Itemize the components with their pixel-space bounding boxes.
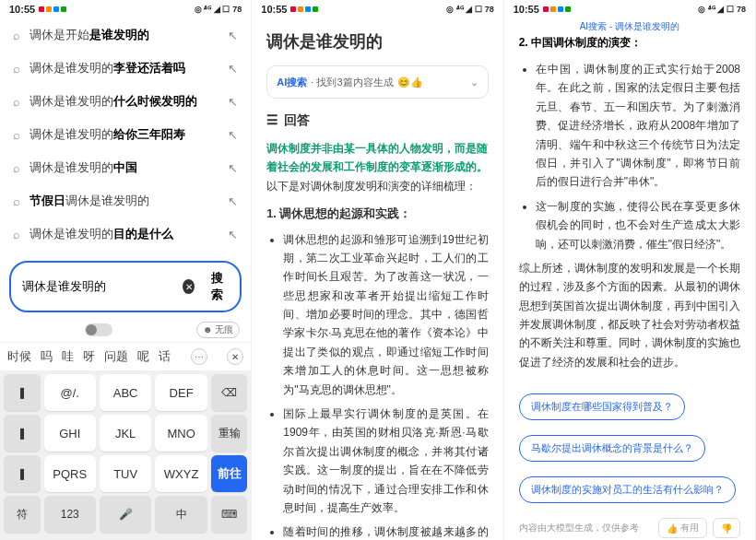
key-123[interactable]: 123 (44, 496, 96, 533)
search-icon: ⌕ (13, 62, 20, 76)
status-bar: 10:55 ◎ ⁴ᴳ ◢ ☐78 (0, 0, 251, 18)
ai-source-box[interactable]: AI搜索 · 找到3篇内容生成 😊👍 ⌄ (266, 65, 488, 100)
key-lang[interactable]: 中 (155, 496, 207, 533)
candidate[interactable]: 时候 (7, 348, 31, 365)
insert-arrow-icon[interactable]: ↖ (228, 95, 238, 109)
summary-para: 综上所述，调休制度的发明和发展是一个长期的过程，涉及多个方面的因素。从最初的调休… (519, 259, 740, 371)
article-body: 调休是谁发明的 AI搜索 · 找到3篇内容生成 😊👍 ⌄ ☰ 回答 调休制度并非… (252, 18, 502, 540)
candidate[interactable]: 问题 (104, 348, 128, 365)
suggestion-item[interactable]: ⌕调休是开始是谁发明的↖ (0, 18, 251, 52)
search-icon: ⌕ (13, 95, 20, 109)
suggestion-item[interactable]: ⌕调休是谁发明的李登还活着吗↖ (0, 52, 251, 85)
bullet: 这一制度的实施，使得公民在享受更多休假机会的同时，也不会对生产造成太大影响，还可… (536, 197, 740, 253)
answer-heading: ☰ 回答 (266, 110, 488, 132)
related-chip[interactable]: 马歇尔提出调休概念的背景是什么？ (519, 435, 705, 462)
search-button[interactable]: 搜索 (200, 266, 234, 307)
page-title: 调休是谁发明的 (266, 28, 488, 56)
search-input[interactable] (22, 280, 177, 294)
candidate-bar: 时候 吗 哇 呀 问题 呢 话 ⋯ ✕ (0, 342, 251, 370)
key-mic[interactable]: 🎤 (100, 496, 151, 533)
insert-arrow-icon[interactable]: ↖ (228, 29, 238, 42)
sub-heading-2: 2. 中国调休制度的演变： (504, 35, 755, 51)
insert-arrow-icon[interactable]: ↖ (228, 194, 238, 208)
keyboard: ❚ @/. ABC DEF ⌫ ❚ GHI JKL MNO 重输 ❚ PQRS … (0, 370, 251, 540)
suggestion-item[interactable]: ⌕调休是谁发明的什么时候发明的↖ (0, 85, 251, 118)
disclaimer: 内容由大模型生成，仅供参考 (519, 522, 639, 534)
key-kb-icon[interactable]: ⌨ (211, 496, 248, 533)
candidate[interactable]: 吗 (41, 348, 53, 365)
status-bar: 10:55 ◎ ⁴ᴳ ◢ ☐78 (504, 0, 755, 18)
insert-arrow-icon[interactable]: ↖ (228, 228, 238, 241)
ai-label: AI搜索 (277, 74, 307, 91)
bullet: 在中国，调休制度的正式实行始于2008年。在此之前，国家的法定假日主要包括元旦、… (536, 60, 740, 192)
candidate[interactable]: 哇 (62, 348, 74, 365)
emoji-icon: 😊👍 (397, 74, 423, 91)
keyboard-toolbar: ☻ 无痕 (0, 318, 251, 342)
candidate[interactable]: 话 (159, 348, 171, 365)
clear-icon[interactable]: ✕ (183, 279, 195, 294)
key-tuv[interactable]: TUV (100, 455, 151, 492)
thumbs-up-icon: 👍 (667, 523, 678, 534)
article-body: 在中国，调休制度的正式实行始于2008年。在此之前，国家的法定假日主要包括元旦、… (504, 51, 755, 386)
status-bar: 10:55 ◎ ⁴ᴳ ◢ ☐78 (252, 0, 502, 18)
search-icon: ⌕ (13, 128, 20, 142)
screen-ai-answer-bottom: 10:55 ◎ ⁴ᴳ ◢ ☐78 AI搜索 - 调休是谁发明的 2. 中国调休制… (504, 0, 756, 540)
key-voice[interactable]: ❚ (4, 374, 41, 411)
status-right: ◎ ⁴ᴳ ◢ ☐78 (698, 5, 746, 14)
candidate-more-icon[interactable]: ⋯ (191, 348, 207, 365)
key-symbol[interactable]: 符 (4, 496, 41, 533)
key-go[interactable]: 前往 (211, 455, 248, 492)
search-icon: ⌕ (13, 161, 20, 175)
bullet: 调休思想的起源和雏形可追溯到19世纪初期，第二次工业革命兴起时，工人们的工作时间… (283, 230, 488, 400)
search-icon: ⌕ (13, 228, 20, 241)
bullet: 随着时间的推移，调休制度被越来越多的国家所采纳，逐渐成为解决工作与生活平衡问题的… (283, 522, 488, 540)
suggestion-list: ⌕调休是开始是谁发明的↖ ⌕调休是谁发明的李登还活着吗↖ ⌕调休是谁发明的什么时… (0, 18, 251, 255)
ai-header-label: AI搜索 - 调休是谁发明的 (504, 18, 755, 35)
key-left2[interactable]: ❚ (4, 455, 41, 492)
like-button[interactable]: 👍有用 (658, 518, 707, 538)
key-def[interactable]: DEF (155, 374, 207, 411)
key-pqrs[interactable]: PQRS (44, 455, 96, 492)
key-jkl[interactable]: JKL (100, 415, 151, 452)
related-questions: 调休制度在哪些国家得到普及？ 马歇尔提出调休概念的背景是什么？ 调休制度的实施对… (504, 386, 755, 511)
bullet: 国际上最早实行调休制度的是英国。在1909年，由英国的财相贝洛克·斯恩·马歇尔首… (283, 405, 488, 517)
screen-search-suggestions: 10:55 ◎ ⁴ᴳ ◢ ☐78 ⌕调休是开始是谁发明的↖ ⌕调休是谁发明的李登… (0, 0, 252, 540)
key-backspace[interactable]: ⌫ (211, 374, 248, 411)
thumbs-down-icon: 👎 (721, 523, 732, 534)
insert-arrow-icon[interactable]: ↖ (228, 62, 238, 76)
search-bar: ✕ 搜索 (9, 261, 242, 312)
candidate-close-icon[interactable]: ✕ (227, 348, 243, 365)
dislike-button[interactable]: 👎 (713, 518, 740, 538)
search-icon: ⌕ (13, 194, 20, 208)
filter-icon: ☰ (266, 110, 278, 132)
related-chip[interactable]: 调休制度的实施对员工的生活有什么影响？ (519, 476, 736, 503)
incognito-toggle[interactable] (85, 323, 112, 336)
feedback-row: 内容由大模型生成，仅供参考 👍有用 👎 (504, 511, 755, 540)
suggestion-item[interactable]: ⌕调休是谁发明的知乎↖ (0, 251, 251, 255)
screen-ai-answer-top: 10:55 ◎ ⁴ᴳ ◢ ☐78 调休是谁发明的 AI搜索 · 找到3篇内容生成… (252, 0, 503, 540)
key-left[interactable]: ❚ (4, 415, 41, 452)
status-time: 10:55 (261, 4, 287, 15)
suggestion-item[interactable]: ⌕调休是谁发明的中国↖ (0, 151, 251, 184)
suggestion-item[interactable]: ⌕节假日调休是谁发明的↖ (0, 184, 251, 217)
key-mno[interactable]: MNO (155, 415, 207, 452)
chevron-down-icon[interactable]: ⌄ (470, 74, 478, 91)
intro-highlight: 调休制度并非由某一具体的人物发明，而是随着社会的发展和工作制度的变革逐渐形成的。 (266, 142, 488, 173)
key-ghi[interactable]: GHI (44, 415, 96, 452)
status-time: 10:55 (514, 4, 539, 15)
insert-arrow-icon[interactable]: ↖ (228, 161, 238, 175)
suggestion-item[interactable]: ⌕调休是谁发明的目的是什么↖ (0, 217, 251, 251)
key-abc[interactable]: ABC (100, 374, 151, 411)
related-chip[interactable]: 调休制度在哪些国家得到普及？ (519, 393, 685, 420)
incognito-label[interactable]: ☻ 无痕 (196, 322, 240, 338)
candidate[interactable]: 呀 (83, 348, 95, 365)
candidate[interactable]: 呢 (137, 348, 149, 365)
insert-arrow-icon[interactable]: ↖ (228, 128, 238, 142)
status-time: 10:55 (9, 4, 35, 15)
suggestion-item[interactable]: ⌕调休是谁发明的给你三年阳寿↖ (0, 118, 251, 151)
sub-heading-1: 1. 调休思想的起源和实践： (266, 205, 488, 224)
key-wxyz[interactable]: WXYZ (155, 455, 207, 492)
key-punct[interactable]: @/. (44, 374, 96, 411)
key-reinput[interactable]: 重输 (211, 415, 248, 452)
status-right: ◎ ⁴ᴳ ◢ ☐78 (446, 5, 494, 14)
